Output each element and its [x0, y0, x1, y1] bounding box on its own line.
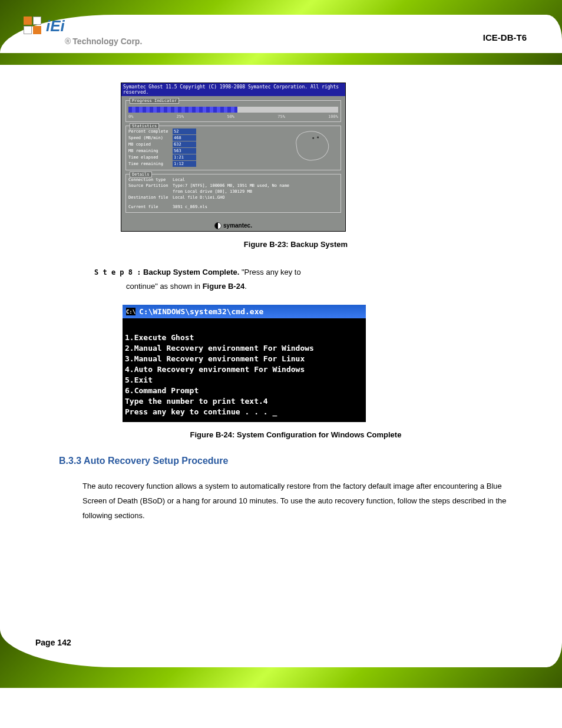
logo-text: iEi — [46, 17, 65, 35]
logo-area: iEi — [24, 17, 65, 35]
registered-mark: ® — [65, 37, 71, 46]
page-number: Page 142 — [35, 638, 71, 647]
tagline: ®Technology Corp. — [65, 37, 142, 46]
detail-val: Type:7 [NTFS], 100006 MB, 1951 MB used, … — [173, 183, 289, 189]
stat-label: MB remaining — [128, 148, 173, 154]
detail-label: Destination file — [128, 195, 173, 200]
page-content: Symantec Ghost 11.5 Copyright (C) 1998-2… — [0, 65, 562, 558]
progress-ticks: 0% 25% 50% 75% 100% — [128, 114, 338, 119]
ghost-window: Symantec Ghost 11.5 Copyright (C) 1998-2… — [121, 83, 346, 232]
symantec-icon — [214, 222, 222, 229]
detail-label: Source Partition — [128, 183, 173, 189]
stat-val: 632 — [173, 141, 196, 147]
stat-val: 468 — [173, 135, 196, 141]
stat-label: Percent complete — [128, 129, 173, 135]
product-title: ICE-DB-T6 — [483, 32, 527, 42]
progress-panel: Progress Indicator 0% 25% 50% 75% 100% — [125, 100, 341, 122]
stats-panel-label: Statistics — [130, 123, 159, 129]
stat-val: 1:12 — [173, 161, 196, 167]
tick-0: 0% — [128, 114, 133, 119]
cmd-line: 5.Exit — [125, 375, 153, 384]
figure-ref: Figure B-24 — [203, 282, 245, 291]
step-text: . — [244, 282, 247, 291]
cmd-line: 6.Command Prompt — [125, 386, 199, 395]
stat-val: 1:21 — [173, 154, 196, 160]
tick-100: 100% — [328, 114, 338, 119]
stat-val: 52 — [173, 129, 196, 134]
stat-label: Time elapsed — [128, 154, 173, 161]
cmd-line: 3.Manual Recovery environment For Linux — [125, 354, 305, 363]
cmd-line: 4.Auto Recovery environment For Windows — [125, 365, 305, 374]
tick-50: 50% — [227, 114, 234, 119]
step-text: continue" as shown in — [126, 282, 203, 291]
step-bold: Backup System Complete. — [141, 268, 239, 276]
stat-label: Time remaining — [128, 161, 173, 167]
detail-val: Local — [173, 177, 185, 183]
cmd-line: Press any key to continue . . . _ — [125, 407, 277, 416]
cmd-title: C:\WINDOWS\system32\cmd.exe — [139, 307, 263, 316]
stat-label: Speed (MB/min) — [128, 135, 173, 141]
figure-cmd: C:\ C:\WINDOWS\system32\cmd.exe 1.Execut… — [123, 305, 509, 422]
progress-bar — [128, 107, 338, 113]
cmd-line: Type the number to print text.4 — [125, 397, 268, 406]
cmd-line: 2.Manual Recovery environment For Window… — [125, 344, 314, 353]
company-name: Technology Corp. — [72, 37, 142, 46]
figure-ghost: Symantec Ghost 11.5 Copyright (C) 1998-2… — [121, 83, 509, 232]
header-swoosh — [0, 15, 562, 53]
cmd-titlebar: C:\ C:\WINDOWS\system32\cmd.exe — [123, 305, 366, 318]
stat-label: MB copied — [128, 141, 173, 148]
cmd-body: 1.Execute Ghost 2.Manual Recovery enviro… — [123, 318, 366, 422]
tick-25: 25% — [177, 114, 184, 119]
cmd-window: C:\ C:\WINDOWS\system32\cmd.exe 1.Execut… — [123, 305, 366, 422]
step-text: "Press any key to — [239, 268, 300, 276]
progress-fill — [128, 107, 237, 113]
figure-caption-23: Figure B-23: Backup System — [82, 240, 509, 249]
footer-band: Page 142 — [0, 629, 562, 688]
cmd-line: 1.Execute Ghost — [125, 333, 194, 342]
details-panel-label: Details — [130, 172, 152, 177]
intro-paragraph: The auto recovery function allows a syst… — [82, 479, 509, 523]
detail-val: 3891 c_869.nls — [173, 204, 207, 210]
symantec-logo: symantec. — [121, 220, 345, 231]
detail-label: Connection type — [128, 177, 173, 183]
header-band: iEi ®Technology Corp. ICE-DB-T6 — [0, 0, 562, 65]
details-panel: Details Connection typeLocal Source Part… — [125, 174, 341, 213]
detail-val: Local file D:\iei.GHO — [173, 195, 225, 200]
progress-label: Progress Indicator — [130, 98, 179, 104]
step-number: S t e p 8 : — [94, 268, 141, 276]
detail-label: Current file — [128, 204, 173, 210]
step-8: S t e p 8 : Backup System Complete. "Pre… — [82, 265, 509, 293]
section-heading: B.3.3 Auto Recovery Setup Procedure — [59, 456, 509, 466]
logo-squares — [24, 17, 41, 35]
footer-swoosh — [0, 629, 562, 667]
figure-caption-24: Figure B-24: System Configuration for Wi… — [82, 430, 509, 439]
ghost-titlebar: Symantec Ghost 11.5 Copyright (C) 1998-2… — [121, 83, 345, 96]
detail-val: from Local drive [80], 130129 MB — [173, 189, 252, 195]
cmd-icon: C:\ — [126, 308, 135, 315]
symantec-text: symantec. — [223, 222, 252, 229]
stat-val: 563 — [173, 148, 196, 154]
tick-75: 75% — [277, 114, 285, 119]
stats-panel: Statistics Percent complete52 Speed (MB/… — [125, 126, 341, 170]
